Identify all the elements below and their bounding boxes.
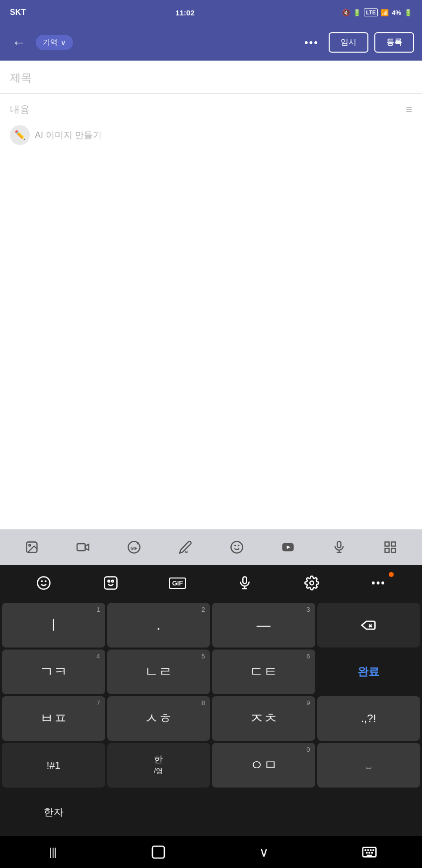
more-options-button[interactable]: ••• <box>300 34 323 51</box>
body-field: 내용 ≡ ✏️ AI 이미지 만들기 <box>0 94 422 529</box>
num-symbol-key[interactable]: !#1 <box>2 743 105 788</box>
body-placeholder: 내용 <box>10 103 30 116</box>
key-6-dt[interactable]: 6 ㄷㅌ <box>212 650 315 694</box>
svg-rect-14 <box>385 542 389 546</box>
lte-icon: LTE <box>364 8 378 16</box>
mic-tool-button[interactable] <box>314 534 365 560</box>
ai-brush-icon: ✏️ <box>10 125 30 145</box>
mute-icon: 🔇 <box>342 9 350 16</box>
keyboard-nav-button[interactable] <box>350 840 389 864</box>
backspace-key[interactable] <box>317 603 421 648</box>
svg-point-23 <box>111 580 113 582</box>
nav-bar: ||| ∨ <box>0 836 422 868</box>
tag-selector[interactable]: 기역 ∨ <box>36 35 73 50</box>
home-nav-button[interactable] <box>139 840 178 864</box>
key-0-om[interactable]: 0 ㅇㅁ <box>212 743 315 788</box>
svg-rect-30 <box>152 846 164 858</box>
back-button[interactable]: ← <box>8 33 30 53</box>
battery-bar: 🔋 <box>404 9 412 16</box>
emoji-button[interactable] <box>29 571 59 595</box>
key-7-bp[interactable]: 7 ㅂㅍ <box>2 696 105 741</box>
youtube-tool-button[interactable] <box>262 534 313 560</box>
settings-button[interactable] <box>297 571 327 595</box>
ai-image-label: AI 이미지 만들기 <box>35 129 102 141</box>
recents-icon: ||| <box>49 846 56 859</box>
lines-icon: ≡ <box>406 103 412 116</box>
status-icons: 🔇 🔋 LTE 📶 4% 🔋 <box>342 8 412 16</box>
svg-point-22 <box>108 580 110 582</box>
punct-key[interactable]: .,?! <box>317 696 421 741</box>
svg-point-27 <box>310 581 314 585</box>
svg-text:AI: AI <box>185 550 188 554</box>
gif-label: GIF <box>169 578 187 589</box>
sticker-button[interactable] <box>96 571 126 595</box>
signal-icon: 📶 <box>381 9 389 16</box>
svg-text:GIF: GIF <box>131 546 138 551</box>
keyboard-more-button[interactable]: ••• <box>364 571 394 595</box>
title-input[interactable] <box>10 72 412 84</box>
svg-rect-15 <box>392 542 396 546</box>
carrier-time: SKT <box>10 8 26 17</box>
video-tool-button[interactable] <box>57 534 108 560</box>
gif-button[interactable]: GIF <box>163 571 193 595</box>
key-8-sh[interactable]: 8 ㅅㅎ <box>107 696 211 741</box>
svg-rect-11 <box>338 541 341 548</box>
time: 11:02 <box>175 8 194 17</box>
svg-rect-17 <box>392 548 396 552</box>
keyboard-toolbar: GIF AI <box>0 529 422 565</box>
lang-switch-key[interactable]: 한/영 <box>107 743 211 788</box>
svg-rect-24 <box>243 577 247 584</box>
more-dots-label: ••• <box>371 577 386 589</box>
key-3-dash[interactable]: 3 — <box>212 603 315 648</box>
battery-percent: 4% <box>392 9 401 16</box>
back-nav-button[interactable]: ∨ <box>244 840 283 864</box>
grid-tool-button[interactable] <box>365 534 416 560</box>
key-4-gk[interactable]: 4 ㄱㅋ <box>2 650 105 694</box>
chevron-down-icon: ∨ <box>61 38 66 47</box>
hanja-key[interactable]: 한자 <box>2 790 105 834</box>
key-5-nr[interactable]: 5 ㄴㄹ <box>107 650 211 694</box>
keyboard-grid: 1 ㅣ 2 . 3 — 4 ㄱㅋ 5 ㄴㄹ 6 ㄷㅌ <box>0 601 422 836</box>
recents-nav-button[interactable]: ||| <box>33 840 72 864</box>
gif-tool-button[interactable]: GIF <box>109 534 160 560</box>
svg-rect-21 <box>104 577 117 589</box>
pen-tool-button[interactable]: AI <box>160 534 211 560</box>
title-field[interactable] <box>0 61 422 94</box>
toolbar: ← 기역 ∨ ••• 임시 등록 <box>0 25 422 61</box>
svg-rect-16 <box>385 548 389 552</box>
image-tool-button[interactable] <box>6 534 57 560</box>
key-2-dot[interactable]: 2 . <box>107 603 211 648</box>
battery-icon: 🔋 <box>353 9 361 16</box>
temp-save-button[interactable]: 임시 <box>329 32 368 53</box>
key-9-jc[interactable]: 9 ㅈㅊ <box>212 696 315 741</box>
ai-image-button[interactable]: ✏️ AI 이미지 만들기 <box>10 125 412 145</box>
svg-rect-2 <box>77 544 85 551</box>
content-area: 내용 ≡ ✏️ AI 이미지 만들기 <box>0 61 422 529</box>
keyboard-section: GIF AI <box>0 529 422 868</box>
done-key[interactable]: 완료 <box>317 650 421 694</box>
key-1-pipe[interactable]: 1 ㅣ <box>2 603 105 648</box>
keyboard-top-row: GIF ••• <box>0 565 422 601</box>
svg-point-1 <box>29 544 31 546</box>
svg-point-6 <box>231 541 242 553</box>
notification-dot <box>389 572 394 577</box>
register-button[interactable]: 등록 <box>374 32 414 53</box>
body-header: 내용 ≡ <box>10 103 412 116</box>
emoji-tool-button[interactable] <box>211 534 262 560</box>
status-bar: SKT 11:02 🔇 🔋 LTE 📶 4% 🔋 <box>0 0 422 25</box>
tag-label: 기역 <box>43 38 58 47</box>
space-key[interactable]: ⎵ <box>317 743 421 788</box>
svg-point-18 <box>37 577 50 589</box>
mic-button[interactable] <box>230 571 260 595</box>
back-nav-icon: ∨ <box>259 845 269 860</box>
